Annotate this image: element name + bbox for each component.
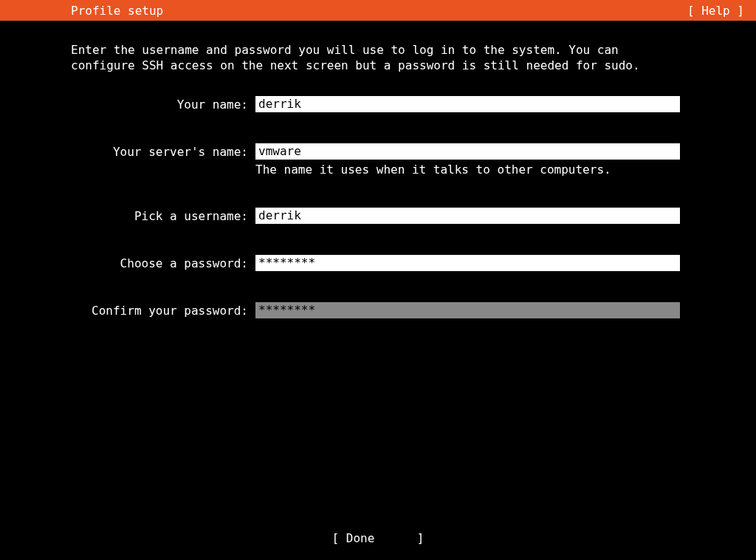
username-label: Pick a username: [71,208,255,223]
done-button[interactable]: [ Done] [332,531,425,545]
server-label: Your server's name: [71,143,255,159]
page-title: Profile setup [71,4,163,18]
confirm-label: Confirm your password: [71,302,255,318]
password-row: Choose a password: [71,255,685,271]
footer-bar: [ Done] [0,531,756,545]
server-hint: The name it uses when it talks to other … [255,163,680,177]
server-row: Your server's name: The name it uses whe… [71,143,685,177]
confirm-row: Confirm your password: [71,302,685,318]
help-button[interactable]: [ Help ] [687,4,744,18]
name-label: Your name: [71,96,255,112]
done-bracket-right: ] [417,531,425,545]
done-text: Done [346,531,417,545]
password-label: Choose a password: [71,255,255,270]
username-row: Pick a username: [71,208,685,224]
header-bar: Profile setup [ Help ] [0,0,756,21]
content-area: Enter the username and password you will… [0,21,756,318]
name-row: Your name: [71,96,685,112]
server-input[interactable] [255,143,680,160]
instructions-text: Enter the username and password you will… [71,43,685,74]
confirm-input[interactable] [255,302,680,318]
done-bracket-left: [ [332,531,346,545]
username-input[interactable] [255,208,680,224]
name-input[interactable] [255,96,680,112]
password-input[interactable] [255,255,680,271]
